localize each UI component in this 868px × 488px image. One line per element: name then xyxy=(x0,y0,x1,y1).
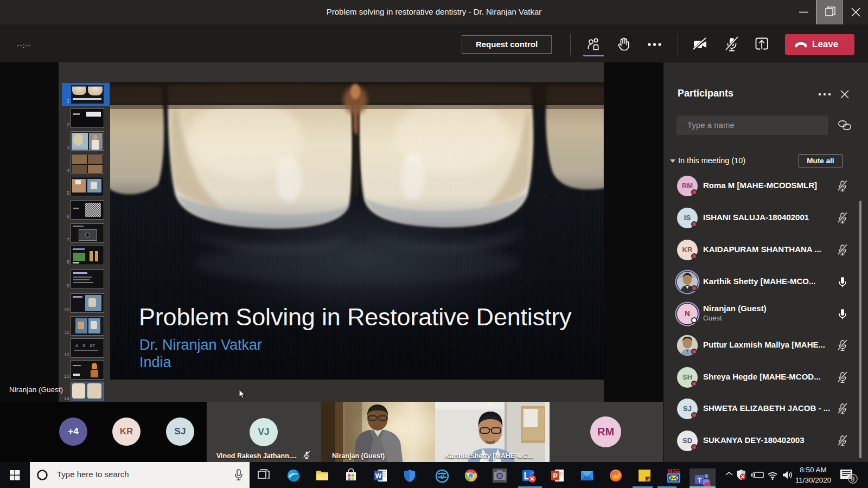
svg-text:8: 8 xyxy=(851,476,855,483)
svg-text:e: e xyxy=(440,471,444,481)
svg-text:W: W xyxy=(375,472,382,480)
svg-text:T: T xyxy=(698,476,702,484)
svg-text:P: P xyxy=(553,472,557,480)
